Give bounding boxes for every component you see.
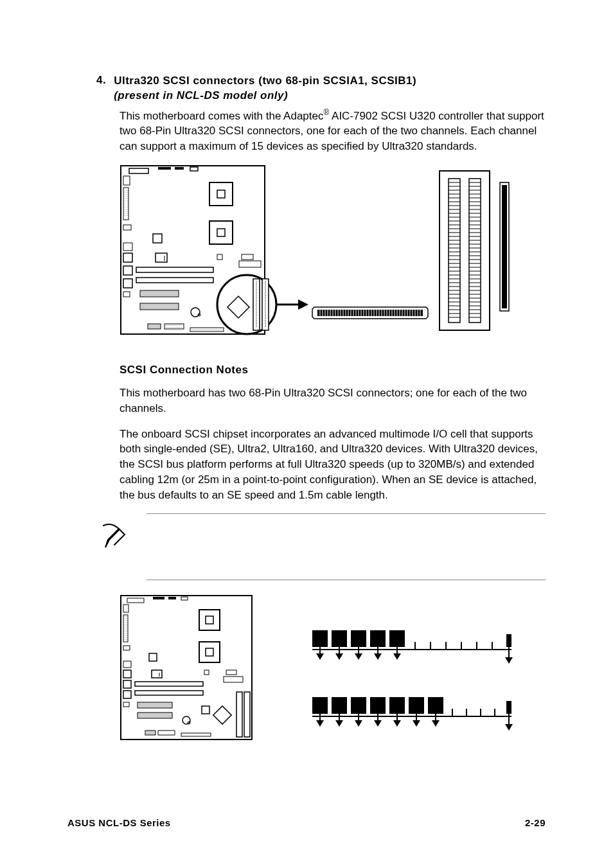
section-title-line1: Ultra320 SCSI connectors (two 68-pin SCS… (114, 75, 416, 87)
svg-rect-195 (158, 731, 175, 735)
svg-rect-189 (135, 691, 203, 695)
svg-rect-176 (123, 691, 131, 698)
svg-rect-202 (312, 630, 328, 647)
scsi-connector-diagram (120, 164, 546, 343)
svg-rect-178 (199, 610, 220, 630)
paragraph-scsi-2: The onboard SCSI chipset incorporates an… (120, 427, 546, 503)
svg-rect-13 (123, 279, 132, 288)
svg-marker-221 (316, 653, 324, 660)
svg-marker-44 (298, 299, 308, 310)
svg-rect-186 (226, 670, 236, 675)
svg-rect-15 (209, 182, 233, 206)
svg-rect-174 (123, 670, 131, 678)
paragraph-scsi-1: This motherboard has two 68-Pin Ultra320… (120, 385, 546, 416)
svg-marker-223 (355, 653, 362, 660)
footer-right: 2-29 (525, 817, 546, 828)
svg-point-29 (191, 308, 200, 317)
section-number: 4. (96, 74, 106, 103)
svg-rect-32 (164, 324, 184, 329)
svg-rect-235 (370, 697, 386, 714)
svg-rect-3 (175, 167, 184, 170)
svg-rect-173 (123, 661, 131, 668)
svg-marker-255 (355, 720, 362, 727)
svg-rect-218 (506, 634, 511, 647)
svg-rect-182 (149, 653, 157, 661)
svg-rect-28 (140, 303, 179, 310)
svg-rect-185 (204, 670, 209, 675)
svg-rect-2 (158, 167, 171, 170)
registered-mark: ® (324, 108, 330, 117)
svg-rect-12 (123, 266, 132, 275)
svg-point-192 (182, 716, 190, 724)
svg-rect-194 (145, 731, 155, 735)
svg-rect-179 (206, 616, 213, 624)
svg-rect-166 (168, 597, 176, 599)
svg-rect-168 (123, 605, 129, 612)
svg-rect-180 (199, 642, 220, 662)
svg-rect-16 (217, 190, 225, 198)
svg-rect-26 (136, 278, 213, 283)
svg-rect-22 (217, 254, 222, 260)
svg-rect-45 (317, 310, 423, 316)
svg-rect-17 (209, 221, 233, 244)
para1-a: This motherboard comes with the Adaptec (120, 110, 324, 122)
svg-marker-224 (374, 653, 382, 660)
svg-rect-198 (213, 705, 231, 723)
scsi-cabling-diagram (120, 594, 546, 746)
note-pen-icon (100, 520, 132, 553)
svg-marker-220 (505, 657, 513, 664)
svg-rect-172 (123, 646, 130, 650)
svg-marker-222 (335, 653, 343, 660)
svg-rect-14 (123, 292, 130, 297)
svg-rect-165 (153, 597, 164, 599)
svg-marker-225 (393, 653, 401, 660)
svg-rect-188 (135, 682, 203, 686)
svg-rect-234 (351, 697, 366, 714)
svg-rect-5 (123, 176, 130, 185)
svg-rect-187 (224, 677, 243, 682)
svg-rect-237 (409, 697, 424, 714)
svg-rect-38 (227, 296, 249, 318)
note-box (147, 513, 546, 580)
svg-rect-87 (449, 179, 460, 323)
svg-rect-23 (242, 254, 253, 260)
svg-rect-11 (123, 253, 132, 262)
svg-rect-18 (217, 229, 225, 236)
svg-rect-236 (389, 697, 405, 714)
svg-rect-175 (123, 680, 131, 688)
svg-rect-204 (351, 630, 366, 647)
svg-rect-164 (127, 598, 144, 603)
footer-left: ASUS NCL-DS Series (67, 817, 171, 828)
svg-marker-258 (413, 720, 420, 727)
svg-rect-24 (239, 261, 261, 267)
svg-rect-199 (236, 692, 242, 737)
svg-rect-1 (129, 168, 148, 173)
svg-rect-20 (155, 253, 167, 262)
svg-rect-4 (190, 167, 198, 171)
svg-rect-206 (389, 630, 405, 647)
svg-rect-6 (123, 188, 129, 220)
svg-rect-124 (469, 179, 481, 323)
svg-marker-253 (316, 720, 324, 727)
svg-marker-256 (374, 720, 382, 727)
svg-rect-181 (206, 648, 213, 656)
svg-rect-9 (123, 225, 131, 230)
svg-rect-203 (332, 630, 347, 647)
svg-rect-25 (136, 267, 213, 272)
svg-marker-254 (335, 720, 343, 727)
svg-rect-232 (312, 697, 328, 714)
svg-rect-86 (440, 171, 490, 330)
svg-rect-31 (148, 324, 161, 329)
section-title: Ultra320 SCSI connectors (two 68-pin SCS… (114, 74, 416, 103)
section-title-line2: (present in NCL-DS model only) (114, 89, 416, 103)
svg-rect-191 (138, 713, 172, 718)
svg-rect-27 (140, 290, 179, 297)
svg-rect-19 (153, 234, 162, 243)
svg-rect-177 (123, 702, 129, 707)
svg-rect-205 (370, 630, 386, 647)
svg-rect-197 (202, 706, 209, 714)
svg-rect-169 (123, 615, 128, 642)
svg-rect-200 (244, 692, 250, 737)
paragraph-intro: This motherboard comes with the Adaptec®… (120, 107, 546, 154)
svg-rect-238 (428, 697, 443, 714)
